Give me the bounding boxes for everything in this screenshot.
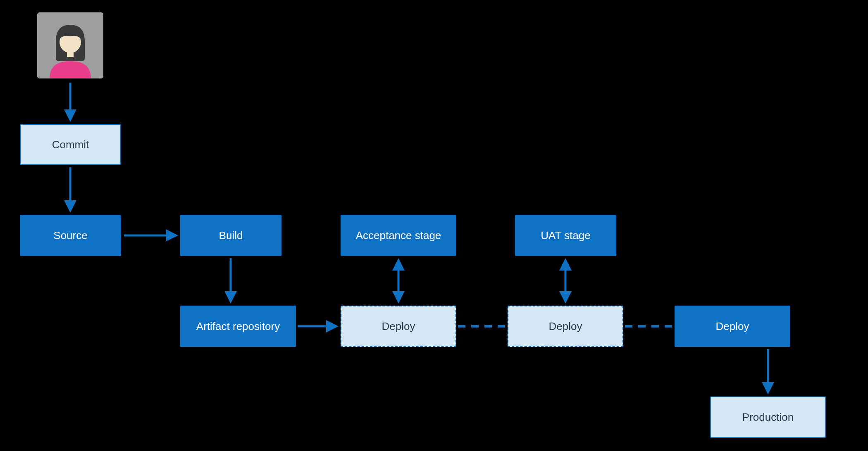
deploy-acceptance-node: Deploy <box>341 306 456 347</box>
acceptance-stage-node: Acceptance stage <box>341 215 456 256</box>
developer-avatar-icon <box>37 12 103 78</box>
diagram-canvas: Commit Source Build Artifact repository … <box>0 0 868 451</box>
commit-node: Commit <box>20 124 121 165</box>
commit-label: Commit <box>52 138 89 151</box>
deploy1-label: Deploy <box>382 320 415 333</box>
acceptance-label: Acceptance stage <box>356 229 441 242</box>
artifact-label: Artifact repository <box>196 320 280 333</box>
svg-rect-2 <box>67 51 74 57</box>
production-node: Production <box>710 396 826 438</box>
artifact-repository-node: Artifact repository <box>180 306 296 347</box>
uat-label: UAT stage <box>541 229 590 242</box>
deploy3-label: Deploy <box>716 320 749 333</box>
uat-stage-node: UAT stage <box>515 215 616 256</box>
production-label: Production <box>742 411 794 424</box>
source-node: Source <box>20 215 121 256</box>
build-label: Build <box>219 229 243 242</box>
deploy2-label: Deploy <box>549 320 582 333</box>
source-label: Source <box>53 229 87 242</box>
deploy-production-node: Deploy <box>675 306 790 347</box>
deploy-uat-node: Deploy <box>508 306 623 347</box>
build-node: Build <box>180 215 281 256</box>
